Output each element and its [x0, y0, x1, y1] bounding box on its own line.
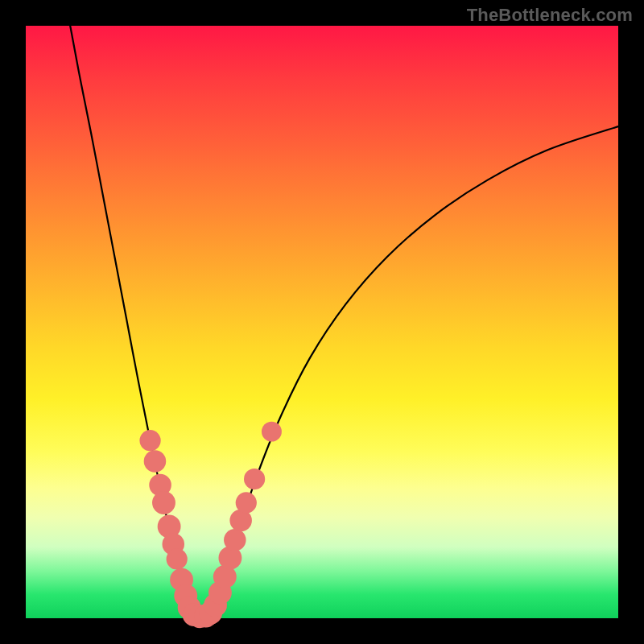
- chart-svg: [26, 26, 618, 618]
- curve-marker: [139, 430, 160, 451]
- watermark-text: TheBottleneck.com: [467, 5, 633, 26]
- bottleneck-curve: [70, 26, 618, 617]
- curve-marker: [262, 422, 282, 442]
- curve-marker: [244, 469, 265, 489]
- curve-marker: [224, 529, 246, 551]
- chart-stage: TheBottleneck.com: [0, 0, 644, 644]
- marker-group: [139, 422, 281, 629]
- curve-marker: [236, 492, 257, 513]
- curve-marker: [167, 548, 188, 569]
- curve-marker: [144, 450, 167, 473]
- curve-marker: [152, 491, 175, 514]
